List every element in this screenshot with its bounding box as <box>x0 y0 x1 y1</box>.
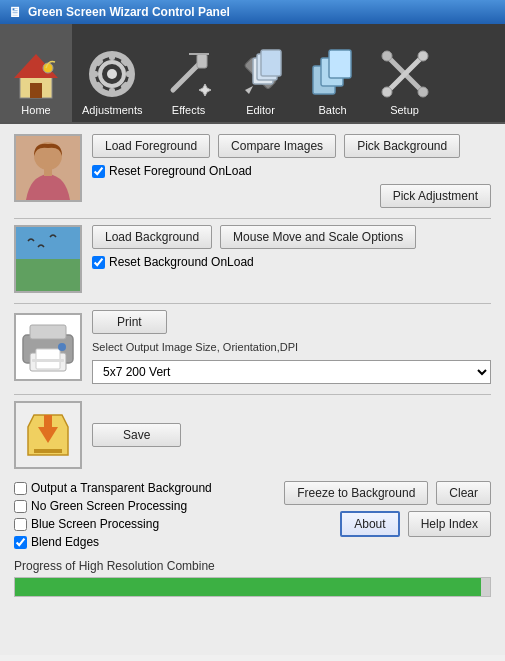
svg-point-30 <box>418 51 428 61</box>
svg-marker-20 <box>245 86 253 94</box>
reset-background-checkbox[interactable] <box>92 256 105 269</box>
svg-rect-35 <box>44 168 52 176</box>
divider-3 <box>14 394 491 395</box>
toolbar-effects-label: Effects <box>172 104 205 116</box>
toolbar-setup-label: Setup <box>390 104 419 116</box>
foreground-section: Load Foreground Compare Images Pick Back… <box>14 134 491 208</box>
about-button[interactable]: About <box>340 511 399 537</box>
svg-point-6 <box>107 69 117 79</box>
pick-background-button[interactable]: Pick Background <box>344 134 460 158</box>
no-green-label: No Green Screen Processing <box>31 499 187 513</box>
svg-rect-47 <box>34 449 62 453</box>
editor-icon <box>235 48 287 100</box>
freeze-clear-row: Freeze to Background Clear <box>284 481 491 505</box>
options-buttons: Freeze to Background Clear About Help In… <box>284 481 491 537</box>
foreground-thumbnail <box>14 134 82 202</box>
freeze-to-background-button[interactable]: Freeze to Background <box>284 481 428 505</box>
progress-section: Progress of High Resolution Combine <box>14 559 491 597</box>
blend-edges-checkbox[interactable] <box>14 536 27 549</box>
blue-screen-label: Blue Screen Processing <box>31 517 159 531</box>
options-row: Output a Transparent Background No Green… <box>14 481 491 549</box>
load-background-button[interactable]: Load Background <box>92 225 212 249</box>
save-controls: Save <box>92 423 491 447</box>
svg-rect-43 <box>32 359 64 362</box>
blue-screen-checkbox[interactable] <box>14 518 27 531</box>
app-icon: 🖥 <box>8 4 22 20</box>
svg-point-42 <box>58 343 66 351</box>
save-section: Save <box>14 401 491 469</box>
toolbar-adjustments-label: Adjustments <box>82 104 143 116</box>
pick-adjustment-button[interactable]: Pick Adjustment <box>380 184 491 208</box>
svg-point-29 <box>382 51 392 61</box>
foreground-btn-row: Load Foreground Compare Images Pick Back… <box>92 134 491 158</box>
progress-bar-fill <box>15 578 481 596</box>
save-button[interactable]: Save <box>92 423 181 447</box>
transparent-bg-label: Output a Transparent Background <box>31 481 212 495</box>
toolbar-batch[interactable]: Batch <box>297 24 369 122</box>
home-icon <box>10 48 62 100</box>
background-controls: Load Background Mouse Move and Scale Opt… <box>92 225 491 269</box>
load-foreground-button[interactable]: Load Foreground <box>92 134 210 158</box>
save-thumbnail <box>14 401 82 469</box>
background-section: Load Background Mouse Move and Scale Opt… <box>14 225 491 293</box>
svg-rect-46 <box>44 415 52 433</box>
svg-rect-37 <box>16 259 80 291</box>
print-thumbnail <box>14 313 82 381</box>
main-content: Load Foreground Compare Images Pick Back… <box>0 124 505 655</box>
background-thumbnail <box>14 225 82 293</box>
progress-bar-background <box>14 577 491 597</box>
clear-button[interactable]: Clear <box>436 481 491 505</box>
output-size-select[interactable]: 5x7 200 Vert 4x6 200 Horiz 8x10 300 Vert… <box>92 360 491 384</box>
svg-rect-10 <box>126 71 134 77</box>
toolbar-home[interactable]: Home <box>0 24 72 122</box>
toolbar-editor-label: Editor <box>246 104 275 116</box>
blue-screen-row: Blue Screen Processing <box>14 517 272 531</box>
svg-line-15 <box>173 64 199 90</box>
toolbar-effects[interactable]: Effects <box>153 24 225 122</box>
print-section: Print Select Output Image Size, Orientat… <box>14 310 491 384</box>
about-help-row: About Help Index <box>340 511 491 537</box>
reset-foreground-checkbox[interactable] <box>92 165 105 178</box>
toolbar-setup[interactable]: Setup <box>369 24 441 122</box>
svg-rect-2 <box>30 83 42 98</box>
no-green-checkbox[interactable] <box>14 500 27 513</box>
help-index-button[interactable]: Help Index <box>408 511 491 537</box>
foreground-controls: Load Foreground Compare Images Pick Back… <box>92 134 491 208</box>
blend-edges-label: Blend Edges <box>31 535 99 549</box>
toolbar-adjustments[interactable]: Adjustments <box>72 24 153 122</box>
svg-rect-23 <box>261 50 281 76</box>
svg-rect-8 <box>109 88 115 96</box>
no-green-row: No Green Screen Processing <box>14 499 272 513</box>
progress-label: Progress of High Resolution Combine <box>14 559 491 573</box>
mouse-move-scale-button[interactable]: Mouse Move and Scale Options <box>220 225 416 249</box>
title-bar-text: Green Screen Wizard Control Panel <box>28 5 230 19</box>
divider-2 <box>14 303 491 304</box>
options-area: Output a Transparent Background No Green… <box>14 481 491 549</box>
transparent-bg-checkbox[interactable] <box>14 482 27 495</box>
svg-rect-39 <box>30 325 66 339</box>
divider-1 <box>14 218 491 219</box>
toolbar: Home Adjustments <box>0 24 505 124</box>
options-checkboxes: Output a Transparent Background No Green… <box>14 481 272 549</box>
output-size-label: Select Output Image Size, Orientation,DP… <box>92 340 491 354</box>
batch-icon <box>307 48 359 100</box>
reset-foreground-label: Reset Foreground OnLoad <box>109 164 252 178</box>
reset-background-label: Reset Background OnLoad <box>109 255 254 269</box>
print-button[interactable]: Print <box>92 310 167 334</box>
svg-point-31 <box>382 87 392 97</box>
print-controls: Print Select Output Image Size, Orientat… <box>92 310 491 384</box>
transparent-bg-row: Output a Transparent Background <box>14 481 272 495</box>
svg-rect-36 <box>16 227 80 259</box>
effects-icon <box>163 48 215 100</box>
svg-rect-16 <box>197 54 207 68</box>
toolbar-home-label: Home <box>21 104 50 116</box>
svg-point-32 <box>418 87 428 97</box>
background-btn-row: Load Background Mouse Move and Scale Opt… <box>92 225 491 249</box>
reset-foreground-row: Reset Foreground OnLoad <box>92 164 491 178</box>
svg-rect-26 <box>329 50 351 78</box>
toolbar-batch-label: Batch <box>318 104 346 116</box>
adjustments-icon <box>86 48 138 100</box>
toolbar-editor[interactable]: Editor <box>225 24 297 122</box>
reset-background-row: Reset Background OnLoad <box>92 255 491 269</box>
compare-images-button[interactable]: Compare Images <box>218 134 336 158</box>
